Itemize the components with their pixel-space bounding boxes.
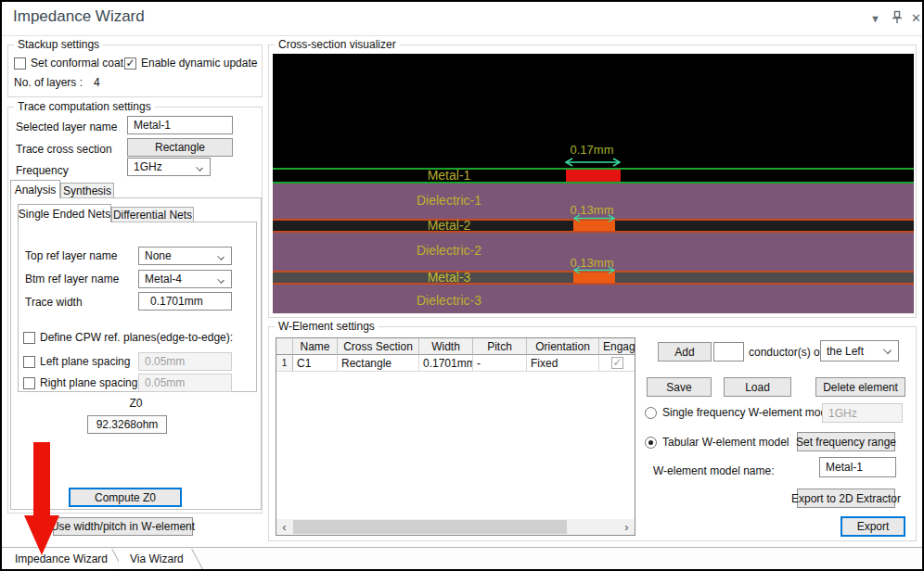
checkbox-check-icon[interactable]: ✓ (124, 57, 136, 70)
dimension-arrow-icon (573, 266, 615, 274)
right-plane-spacing-checkbox[interactable]: Right plane spacing (23, 376, 137, 389)
model-name-input[interactable] (826, 461, 890, 474)
conductor-count-field[interactable] (713, 342, 744, 362)
model-name-label: W-element model name: (653, 464, 775, 477)
model-name-field[interactable] (819, 457, 896, 477)
column-header-cross-section[interactable]: Cross Section (338, 338, 419, 355)
define-cpw-label: Define CPW ref. planes(edge-to-edge): (40, 331, 233, 344)
scroll-right-icon[interactable]: › (619, 519, 635, 535)
single-frequency-field: 1GHz (822, 403, 903, 423)
define-cpw-checkbox[interactable]: Define CPW ref. planes(edge-to-edge): (23, 331, 233, 344)
add-button[interactable]: Add (658, 342, 712, 362)
trace-width-input[interactable] (150, 295, 225, 308)
z0-value-field: 92.3268ohm (87, 415, 167, 434)
top-ref-layer-dropdown[interactable]: None (138, 247, 232, 265)
radio-circle[interactable] (645, 407, 657, 419)
cell-width[interactable]: 0.1701mm (419, 355, 473, 372)
btm-ref-layer-label: Btm ref layer name (25, 273, 119, 286)
table-horizontal-scrollbar[interactable]: ‹ › (276, 519, 635, 535)
tabular-model-radio[interactable]: Tabular W-element model (645, 436, 789, 449)
scroll-left-icon[interactable]: ‹ (276, 519, 292, 535)
chevron-down-icon (217, 276, 225, 284)
enable-dynamic-update-checkbox[interactable]: ✓ Enable dynamic update (124, 57, 257, 70)
dimension-arrow-icon (573, 214, 615, 222)
engaged-checkbox-checked-icon: ✓ (611, 357, 623, 369)
selected-layer-name-field[interactable]: Metal-1 (127, 116, 233, 134)
chevron-down-icon (883, 346, 892, 354)
trace-cross-section-button[interactable]: Rectangle (127, 138, 233, 157)
conductor-count-input[interactable] (720, 346, 738, 359)
delete-element-button[interactable]: Delete element (815, 377, 905, 397)
side-value: the Left (827, 345, 864, 358)
trace-width-field[interactable] (138, 292, 232, 311)
side-dropdown[interactable]: the Left (820, 340, 899, 362)
w-element-table[interactable]: Name Cross Section Width Pitch Orientati… (276, 337, 635, 536)
tab-single-ended-nets[interactable]: Single Ended Nets (18, 204, 111, 222)
w-element-settings-label: W-Element settings (275, 320, 379, 333)
top-ref-layer-label: Top ref layer name (25, 249, 117, 262)
cell-name[interactable]: C1 (293, 355, 338, 372)
cross-section-canvas[interactable]: 0.17mm Metal-1 Dielectric-1 0.13mm (273, 54, 914, 313)
cell-pitch[interactable]: - (473, 355, 527, 372)
single-ended-nets-page: Top ref layer name None Btm ref layer na… (18, 222, 257, 392)
cell-orientation[interactable]: Fixed (527, 355, 599, 372)
table-corner-header (276, 338, 293, 355)
column-header-orientation[interactable]: Orientation (527, 338, 599, 355)
use-width-pitch-button[interactable]: Use width/pitch in W-element (53, 517, 193, 536)
no-of-layers-value: 4 (94, 76, 100, 89)
cell-engaged[interactable]: ✓ (599, 355, 635, 372)
cross-section-visualizer-label: Cross-section visualizer (275, 38, 400, 51)
pin-icon[interactable] (891, 10, 904, 25)
title-separator (2, 35, 922, 36)
tab-differential-nets[interactable]: Differential Nets (111, 207, 194, 222)
right-plane-spacing-field: 0.05mm (138, 374, 232, 392)
page-title: Impedance Wizard (13, 7, 145, 26)
dielectric3-band (273, 285, 914, 313)
compute-z0-button[interactable]: Compute Z0 (69, 488, 182, 507)
stackup-settings-label: Stackup settings (14, 38, 103, 51)
row-number-cell[interactable]: 1 (276, 355, 293, 372)
chevron-down-icon (196, 164, 203, 171)
checkbox-box[interactable] (23, 332, 35, 344)
single-frequency-radio[interactable]: Single frequency W-element model (645, 406, 836, 419)
column-header-pitch[interactable]: Pitch (473, 338, 527, 355)
btm-ref-layer-dropdown[interactable]: Metal-4 (138, 270, 232, 288)
chevron-down-icon[interactable]: ▼ (870, 13, 880, 24)
trace-width-label: Trace width (25, 296, 83, 309)
tabular-model-label: Tabular W-element model (662, 436, 789, 449)
tab-via-wizard[interactable]: Via Wizard (119, 548, 191, 569)
left-plane-spacing-checkbox[interactable]: Left plane spacing (23, 355, 130, 368)
radio-circle-selected[interactable] (645, 437, 657, 449)
top-ref-layer-value: None (145, 249, 172, 262)
dimension-label: 0.17mm (536, 143, 648, 157)
layer-label-dielectric1: Dielectric-1 (370, 193, 528, 208)
save-button[interactable]: Save (647, 377, 712, 397)
set-frequency-range-button[interactable]: Set frequency range (797, 432, 895, 451)
dimension-arrow-icon (564, 158, 622, 167)
layer-label-dielectric3: Dielectric-3 (370, 293, 528, 308)
cross-section-visualizer-group: Cross-section visualizer 0.17mm Metal-1 … (268, 44, 917, 318)
close-icon[interactable]: ✕ (911, 11, 921, 25)
checkbox-box[interactable] (23, 377, 35, 389)
checkbox-box[interactable] (14, 57, 26, 70)
trace-computation-label: Trace computation settings (14, 100, 155, 113)
column-header-name[interactable]: Name (293, 338, 338, 355)
scrollbar-thumb[interactable] (293, 520, 567, 534)
load-button[interactable]: Load (724, 377, 791, 397)
no-of-layers-label: No. of layers : (14, 76, 83, 89)
right-plane-spacing-label: Right plane spacing (40, 376, 137, 389)
column-header-engaged[interactable]: Engaged (599, 338, 635, 355)
set-conformal-coat-checkbox[interactable]: Set conformal coat (14, 57, 123, 70)
export-to-2d-extractor-button[interactable]: Export to 2D Extractor (797, 489, 895, 508)
chevron-down-icon (217, 253, 225, 260)
frequency-dropdown[interactable]: 1GHz (127, 158, 211, 176)
tab-analysis[interactable]: Analysis (10, 180, 60, 198)
tab-synthesis[interactable]: Synthesis (60, 183, 114, 198)
tab-divider (191, 549, 203, 569)
export-button[interactable]: Export (841, 516, 905, 537)
checkbox-box[interactable] (23, 356, 35, 368)
trace-cross-section-label: Trace cross section (16, 143, 112, 156)
cell-cross-section[interactable]: Rectangle (338, 355, 419, 372)
metal1-trace (566, 170, 621, 182)
column-header-width[interactable]: Width (419, 338, 473, 355)
